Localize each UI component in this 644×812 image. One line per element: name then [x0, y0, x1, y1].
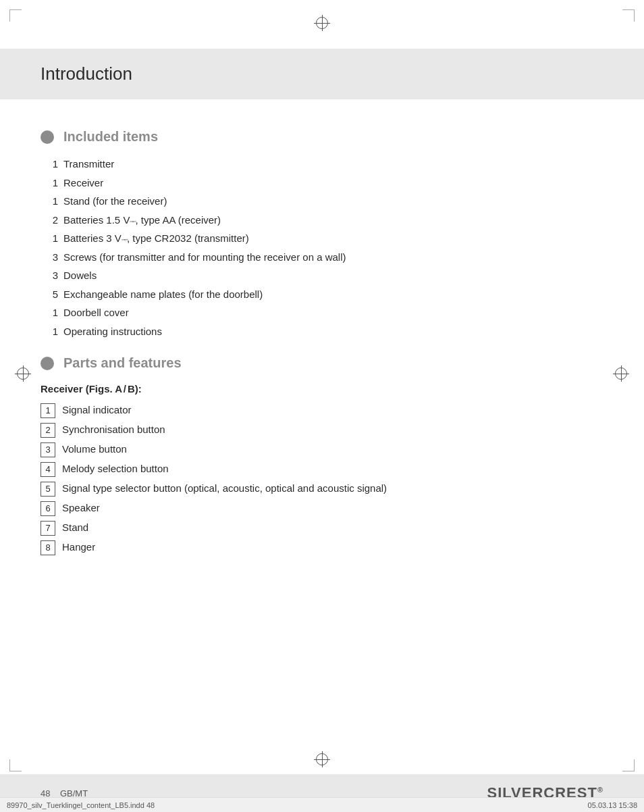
parts-item-num: 4	[41, 462, 55, 477]
main-content: Included items 1Transmitter1Receiver1Sta…	[0, 99, 644, 573]
included-item: 2Batteries 1.5 V⎓⎓, type AA (receiver)	[47, 213, 603, 228]
crosshair-bottom	[314, 751, 330, 767]
parts-item-desc: Volume button	[62, 442, 603, 457]
section1-bullet	[41, 130, 54, 144]
parts-item-num: 1	[41, 403, 55, 418]
parts-item-desc: Signal type selector button (optical, ac…	[62, 481, 603, 497]
parts-item-desc: Speaker	[62, 501, 603, 516]
corner-mark-tl	[9, 9, 22, 22]
included-item: 1Operating instructions	[47, 324, 603, 340]
included-item: 1Receiver	[47, 176, 603, 191]
item-qty: 1	[47, 194, 58, 209]
included-item: 1Doorbell cover	[47, 305, 603, 321]
crosshair-right	[613, 365, 629, 382]
item-desc: Batteries 1.5 V⎓⎓, type AA (receiver)	[63, 213, 221, 228]
included-item: 3Dowels	[47, 268, 603, 284]
corner-mark-tr	[622, 9, 635, 22]
item-desc: Screws (for transmitter and for mounting…	[63, 250, 346, 265]
included-item: 3Screws (for transmitter and for mountin…	[47, 250, 603, 265]
parts-item-desc: Stand	[62, 520, 603, 536]
section1-heading: Included items	[41, 129, 603, 145]
item-desc: Doorbell cover	[63, 305, 129, 321]
parts-item-desc: Signal indicator	[62, 403, 603, 418]
included-item: 1Stand (for the receiver)	[47, 194, 603, 209]
included-item: 5Exchangeable name plates (for the doorb…	[47, 287, 603, 303]
parts-item: 2Synchronisation button	[41, 422, 603, 438]
parts-list: 1Signal indicator2Synchronisation button…	[41, 403, 603, 555]
parts-item: 3Volume button	[41, 442, 603, 457]
item-qty: 1	[47, 176, 58, 191]
item-qty: 3	[47, 268, 58, 284]
page-title: Introduction	[41, 64, 603, 84]
parts-item: 6Speaker	[41, 501, 603, 516]
item-desc: Dowels	[63, 268, 97, 284]
receiver-title: Receiver (Figs. A / B):	[41, 383, 603, 395]
parts-item: 5Signal type selector button (optical, a…	[41, 481, 603, 497]
parts-item-desc: Hanger	[62, 540, 603, 555]
intro-header: Introduction	[0, 49, 644, 99]
included-item: 1Transmitter	[47, 157, 603, 172]
section2-heading: Parts and features	[41, 355, 603, 371]
parts-item: 1Signal indicator	[41, 403, 603, 418]
item-desc: Exchangeable name plates (for the doorbe…	[63, 287, 263, 303]
status-bar-right: 05.03.13 15:38	[588, 801, 637, 809]
status-bar-left: 89970_silv_Tuerklingel_content_LB5.indd …	[7, 801, 155, 809]
section1-title: Included items	[63, 129, 158, 145]
parts-item: 7Stand	[41, 520, 603, 536]
parts-item-num: 5	[41, 482, 55, 497]
parts-item-desc: Synchronisation button	[62, 422, 603, 438]
status-bar: 89970_silv_Tuerklingel_content_LB5.indd …	[0, 797, 644, 812]
corner-mark-br	[622, 759, 635, 771]
section2-title: Parts and features	[63, 355, 182, 371]
parts-item-num: 2	[41, 423, 55, 438]
item-desc: Stand (for the receiver)	[63, 194, 167, 209]
item-qty: 1	[47, 305, 58, 321]
parts-item: 4Melody selection button	[41, 461, 603, 477]
parts-item: 8Hanger	[41, 540, 603, 555]
parts-item-num: 7	[41, 521, 55, 536]
crosshair-left	[15, 365, 31, 382]
item-qty: 2	[47, 213, 58, 228]
crosshair-top	[314, 15, 330, 31]
item-qty: 1	[47, 231, 58, 247]
item-desc: Receiver	[63, 176, 103, 191]
section2-bullet	[41, 357, 54, 370]
included-items-list: 1Transmitter1Receiver1Stand (for the rec…	[47, 157, 603, 339]
item-qty: 3	[47, 250, 58, 265]
item-qty: 5	[47, 287, 58, 303]
item-desc: Operating instructions	[63, 324, 162, 340]
parts-item-num: 8	[41, 540, 55, 555]
included-item: 1Batteries 3 V⎓⎓, type CR2032 (transmitt…	[47, 231, 603, 247]
parts-item-desc: Melody selection button	[62, 461, 603, 477]
brand-registered: ®	[597, 786, 603, 794]
item-qty: 1	[47, 324, 58, 340]
item-desc: Batteries 3 V⎓⎓, type CR2032 (transmitte…	[63, 231, 249, 247]
parts-item-num: 6	[41, 501, 55, 516]
corner-mark-bl	[9, 759, 22, 771]
item-desc: Transmitter	[63, 157, 114, 172]
parts-item-num: 3	[41, 442, 55, 457]
item-qty: 1	[47, 157, 58, 172]
